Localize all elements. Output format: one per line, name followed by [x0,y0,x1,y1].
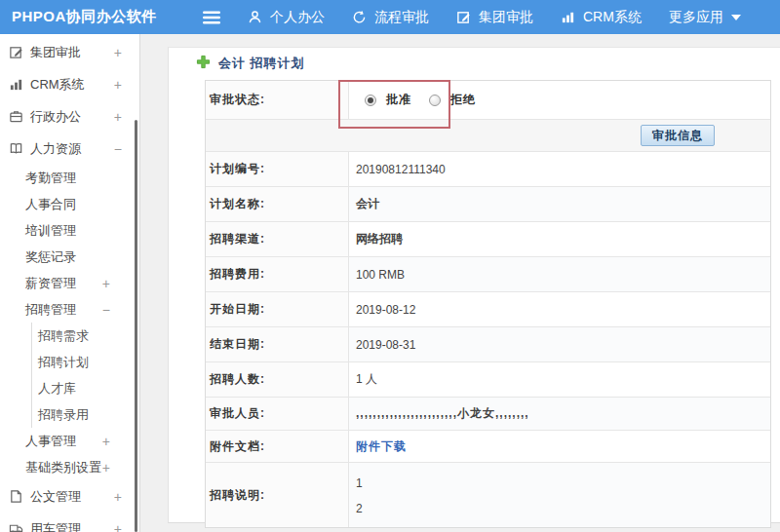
radio-reject[interactable] [429,95,441,106]
top-header: PHPOA协同办公软件 个人办公 流程审批 集团审批 [0,0,780,34]
approval-form-table: 审批状态: 批准 拒绝 审批信息 [205,80,771,528]
expand-icon[interactable]: + [102,277,110,290]
field-value: 1 人 [349,362,770,397]
collapse-icon[interactable]: − [102,303,110,317]
sidebar-item-label: 招聘录用 [38,406,89,424]
sidebar-subtree: 招聘需求 招聘计划 人才库 招聘录用 [31,323,139,428]
table-row: 开始日期: 2019-08-12 [206,292,770,327]
field-label: 计划编号: [206,152,349,186]
radio-approve-label: 批准 [386,92,411,108]
sidebar-item-hr-contract[interactable]: 人事合同 [0,191,139,217]
sidebar: 集团审批 + CRM系统 + 行政办公 + 人力资源 − 考勤管理 人事合同 培… [0,34,140,532]
collapse-icon[interactable]: − [114,142,122,156]
field-value-cell: 1 2 [349,463,770,527]
sidebar-item-label: 公文管理 [30,488,81,506]
sidebar-scrollbar-thumb[interactable] [135,120,137,532]
expand-icon[interactable]: + [114,110,122,124]
radio-approve[interactable] [365,95,376,106]
nav-label: 流程审批 [374,9,429,26]
briefcase-icon [9,109,23,124]
sidebar-menu: 集团审批 + CRM系统 + 行政办公 + 人力资源 − 考勤管理 人事合同 培… [0,34,139,532]
nav-label: 集团审批 [479,9,533,26]
table-row: 结束日期: 2019-08-31 [206,327,770,362]
nav-group-approval[interactable]: 集团审批 [456,9,533,26]
add-plus-icon[interactable] [196,55,211,73]
sidebar-item-attendance[interactable]: 考勤管理 [0,165,139,191]
description-line: 2 [356,496,770,521]
sidebar-item-label: 薪资管理 [25,275,76,292]
sidebar-item-label: 招聘计划 [38,354,89,371]
sidebar-item-recruit-plan[interactable]: 招聘计划 [32,349,139,375]
sidebar-item-label: 集团审批 [30,44,81,61]
sidebar-item-label: 基础类别设置 [25,459,101,476]
table-row: 计划名称: 会计 [206,187,770,222]
nav-process-approval[interactable]: 流程审批 [352,9,429,26]
sidebar-item-training[interactable]: 培训管理 [0,217,139,244]
expand-icon[interactable]: + [114,78,122,92]
table-row: 招聘费用: 100 RMB [206,257,770,292]
nav-personal-office[interactable]: 个人办公 [248,9,325,26]
sidebar-item-crm[interactable]: CRM系统 + [0,68,139,100]
expand-icon[interactable]: + [102,435,110,448]
expand-icon[interactable]: + [102,461,110,475]
sidebar-item-label: 考勤管理 [25,170,76,187]
field-label: 招聘说明: [206,463,349,527]
status-row: 审批状态: 批准 拒绝 [206,81,770,120]
sidebar-item-vehicle[interactable]: 用车管理 + [0,513,139,532]
field-value: 2019-08-31 [349,327,770,361]
expand-icon[interactable]: + [114,522,122,532]
user-icon [248,10,262,24]
table-row: 招聘人数: 1 人 [206,362,770,398]
edit-square-icon [9,45,23,59]
top-nav: 个人办公 流程审批 集团审批 CRM系统 更多应用 [248,9,741,26]
app-window: PHPOA协同办公软件 个人办公 流程审批 集团审批 [0,0,780,532]
field-label: 审批状态: [206,81,349,119]
expand-icon[interactable]: + [114,46,122,59]
field-label: 招聘人数: [206,362,349,397]
button-row: 审批信息 [206,120,770,152]
field-label: 附件文档: [206,431,349,462]
status-radio-group: 批准 拒绝 [356,92,484,108]
sidebar-item-admin-office[interactable]: 行政办公 + [0,100,139,133]
sidebar-item-label: 奖惩记录 [25,248,76,266]
document-icon [9,489,23,504]
hamburger-menu-icon[interactable] [203,11,220,24]
sidebar-item-recruit-need[interactable]: 招聘需求 [32,323,139,349]
expand-icon[interactable]: + [114,490,122,504]
sidebar-item-label: 行政办公 [30,108,81,126]
sidebar-item-group-approval[interactable]: 集团审批 + [0,36,139,68]
sidebar-item-label: 人事合同 [25,196,76,213]
table-row: 附件文档: 附件下载 [206,431,770,463]
sidebar-item-rewards[interactable]: 奖惩记录 [0,244,139,270]
truck-icon [9,521,23,532]
sidebar-item-recruit-hire[interactable]: 招聘录用 [32,401,139,428]
sidebar-item-personnel-mgmt[interactable]: 人事管理 + [0,428,139,454]
sidebar-item-label: CRM系统 [30,76,85,94]
main-content: 会计 招聘计划 审批状态: 批准 拒绝 [141,34,780,532]
sidebar-item-hr[interactable]: 人力资源 − [0,133,139,165]
status-value-cell: 批准 拒绝 [349,81,770,119]
nav-label: 个人办公 [270,9,325,26]
table-row: 招聘渠道: 网络招聘 [206,222,770,257]
sidebar-item-label: 人事管理 [25,433,76,450]
field-value: ,,,,,,,,,,,,,,,,,,,,,,,,小龙女,,,,,,,, [349,398,770,430]
sidebar-item-official-doc[interactable]: 公文管理 + [0,480,139,513]
page-title: 会计 招聘计划 [218,55,305,72]
nav-crm-system[interactable]: CRM系统 [561,9,642,26]
caret-down-icon [731,15,741,20]
approval-info-button[interactable]: 审批信息 [641,125,715,146]
description-line: 1 [356,471,770,496]
table-row: 审批人员: ,,,,,,,,,,,,,,,,,,,,,,,,小龙女,,,,,,,… [206,398,770,431]
nav-more-apps[interactable]: 更多应用 [669,9,741,26]
sidebar-item-talent-pool[interactable]: 人才库 [32,375,139,401]
table-row: 招聘说明: 1 2 [206,463,770,527]
content-panel: 会计 招聘计划 审批状态: 批准 拒绝 [168,47,780,523]
sidebar-item-base-category[interactable]: 基础类别设置 + [0,454,139,480]
field-label: 开始日期: [206,292,349,326]
data-rows: 计划编号: 20190812111340 计划名称: 会计 招聘渠道: 网络招聘… [206,152,770,527]
table-row: 计划编号: 20190812111340 [206,152,770,187]
sidebar-item-recruit-mgmt[interactable]: 招聘管理 − [0,296,139,323]
attachment-download-link[interactable]: 附件下载 [356,438,407,455]
sidebar-item-salary[interactable]: 薪资管理 + [0,270,139,296]
bar-chart-icon [9,77,23,92]
